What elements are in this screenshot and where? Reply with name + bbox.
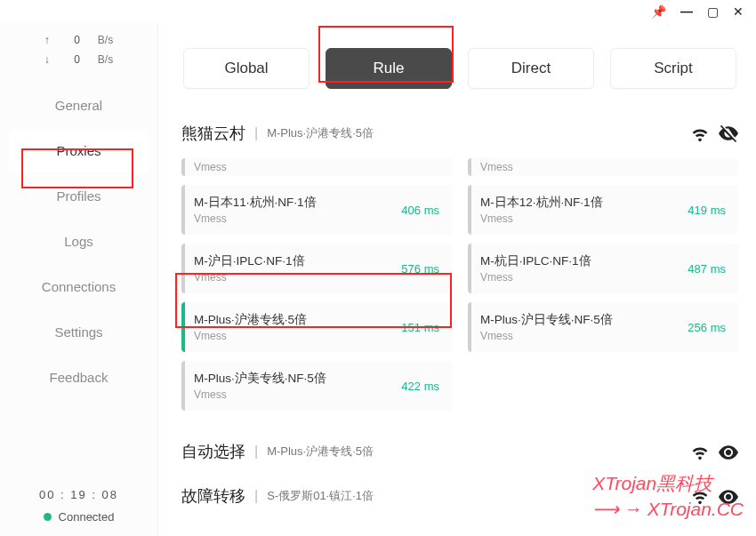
proxy-card[interactable]: M-日本12·杭州·NF·1倍Vmess419 ms (468, 185, 738, 235)
proxy-card[interactable]: M-日本11·杭州·NF·1倍Vmess406 ms (181, 185, 452, 235)
group-name: 熊猫云村 (181, 123, 245, 144)
proxy-title: M-沪日·IPLC·NF·1倍 (194, 253, 380, 269)
speedtest-icon[interactable] (690, 486, 710, 506)
proxy-type: Vmess (480, 330, 666, 342)
proxy-type: Vmess (480, 271, 666, 284)
nav-item-connections[interactable]: Connections (9, 265, 149, 308)
divider: | (254, 488, 258, 504)
tab-global[interactable]: Global (183, 48, 310, 89)
proxy-card[interactable]: Vmess (468, 158, 738, 176)
proxy-title: M-Plus·沪日专线·NF·5倍 (480, 312, 666, 328)
minimize-button[interactable]: — (680, 4, 693, 19)
group-header: 故障转移|S-俄罗斯01·镇江·1倍 (181, 476, 738, 521)
divider: | (254, 125, 258, 141)
proxy-title: M-Plus·沪港专线·5倍 (194, 312, 380, 328)
nav-item-feedback[interactable]: Feedback (9, 356, 149, 399)
group-name: 自动选择 (181, 441, 245, 462)
proxy-latency: 256 ms (675, 302, 738, 352)
proxy-grid: VmessVmessM-日本11·杭州·NF·1倍Vmess406 msM-日本… (181, 158, 738, 411)
maximize-button[interactable]: ▢ (707, 4, 719, 19)
proxy-title: M-日本12·杭州·NF·1倍 (480, 195, 666, 211)
proxy-latency: 422 ms (389, 361, 452, 411)
tab-script[interactable]: Script (610, 48, 736, 89)
proxy-groups: 熊猫云村|M-Plus·沪港专线·5倍VmessVmessM-日本11·杭州·N… (178, 114, 742, 536)
proxy-latency: 487 ms (675, 244, 738, 293)
group-selected: M-Plus·沪港专线·5倍 (267, 444, 681, 460)
nav: GeneralProxiesProfilesLogsConnectionsSet… (0, 82, 157, 488)
speed-panel: ↑ 0 B/s ↓ 0 B/s (0, 23, 157, 82)
nav-item-profiles[interactable]: Profiles (9, 174, 149, 218)
uptime: 00 : 19 : 08 (0, 488, 157, 501)
group-selected: M-Plus·沪港专线·5倍 (267, 125, 681, 141)
proxy-type: Vmess (194, 212, 380, 225)
mode-tabs: GlobalRuleDirectScript (178, 23, 742, 114)
proxy-latency: 406 ms (389, 185, 452, 235)
proxy-card[interactable]: M-Plus·沪日专线·NF·5倍Vmess256 ms (468, 302, 738, 352)
status-text: Connected (59, 510, 115, 524)
upload-speed: 0 (69, 34, 80, 46)
group-header: 熊猫云村|M-Plus·沪港专线·5倍 (181, 114, 738, 158)
proxy-title: M-日本11·杭州·NF·1倍 (194, 195, 380, 211)
status-panel: 00 : 19 : 08 Connected (0, 488, 157, 536)
proxy-latency: 419 ms (675, 185, 738, 235)
nav-item-general[interactable]: General (9, 84, 149, 127)
main: GlobalRuleDirectScript 熊猫云村|M-Plus·沪港专线·… (158, 23, 756, 536)
proxy-type: Vmess (480, 161, 729, 173)
group-name: 故障转移 (181, 485, 245, 507)
proxy-type: Vmess (194, 330, 380, 342)
tab-rule[interactable]: Rule (326, 48, 452, 89)
proxy-card[interactable]: Vmess (181, 158, 452, 176)
nav-item-proxies[interactable]: Proxies (9, 129, 149, 172)
status-dot-icon (44, 513, 52, 521)
proxy-type: Vmess (194, 271, 380, 284)
proxy-card[interactable]: M-杭日·IPLC·NF·1倍Vmess487 ms (468, 244, 738, 293)
proxy-type: Vmess (194, 161, 443, 173)
speedtest-icon[interactable] (690, 124, 710, 143)
proxy-title: M-Plus·沪美专线·NF·5倍 (194, 371, 380, 387)
sidebar: ↑ 0 B/s ↓ 0 B/s GeneralProxiesProfilesLo… (0, 23, 158, 536)
group-header: 自动选择|M-Plus·沪港专线·5倍 (181, 432, 738, 476)
speedtest-icon[interactable] (690, 442, 710, 461)
pin-icon[interactable]: 📌 (651, 4, 666, 19)
proxy-card[interactable]: M-沪日·IPLC·NF·1倍Vmess576 ms (181, 244, 452, 293)
download-arrow-icon: ↓ (44, 53, 52, 66)
upload-arrow-icon: ↑ (44, 34, 52, 46)
proxy-type: Vmess (194, 388, 380, 401)
eye-icon[interactable] (719, 442, 738, 461)
download-speed: 0 (69, 53, 80, 66)
eye-off-icon[interactable] (719, 124, 738, 143)
divider: | (254, 444, 258, 460)
titlebar: 📌 — ▢ ✕ (0, 0, 756, 23)
proxy-card[interactable]: M-Plus·沪港专线·5倍Vmess151 ms (181, 302, 452, 352)
tab-direct[interactable]: Direct (468, 48, 594, 89)
proxy-card[interactable]: M-Plus·沪美专线·NF·5倍Vmess422 ms (181, 361, 452, 411)
proxy-type: Vmess (480, 212, 666, 225)
proxy-title: M-杭日·IPLC·NF·1倍 (480, 253, 666, 269)
upload-unit: B/s (98, 34, 113, 46)
group-selected: S-俄罗斯01·镇江·1倍 (267, 488, 681, 504)
proxy-latency: 576 ms (389, 244, 452, 293)
close-button[interactable]: ✕ (733, 4, 744, 19)
nav-item-logs[interactable]: Logs (9, 220, 149, 263)
eye-icon[interactable] (719, 486, 738, 506)
download-unit: B/s (98, 53, 113, 66)
nav-item-settings[interactable]: Settings (9, 310, 149, 354)
proxy-latency: 151 ms (389, 302, 452, 352)
